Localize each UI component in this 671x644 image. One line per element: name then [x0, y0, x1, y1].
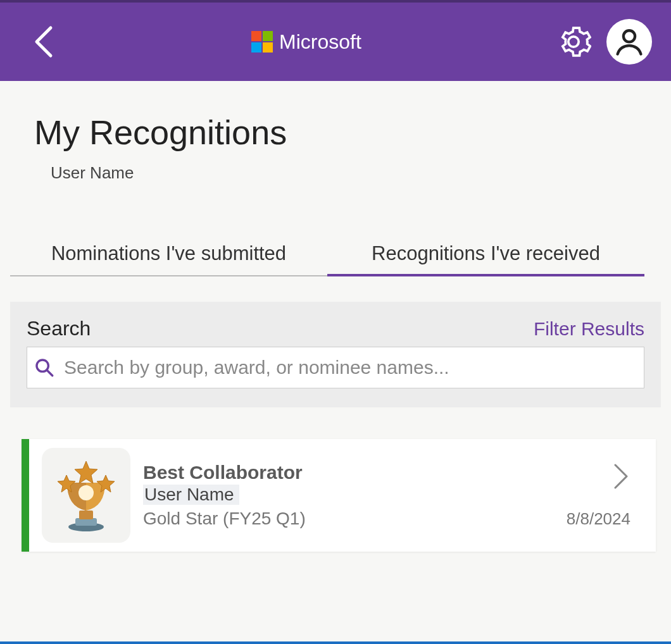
chevron-right-icon: [613, 462, 630, 490]
page-subtitle: User Name: [0, 163, 671, 183]
microsoft-logo-icon: [251, 31, 273, 53]
brand-area: Microsoft: [70, 30, 543, 54]
search-label: Search: [27, 317, 91, 340]
trophy-icon: [42, 448, 130, 543]
search-box: [27, 347, 644, 388]
results-list: Best Collaborator User Name Gold Star (F…: [22, 439, 656, 552]
tab-bar: Nominations I've submitted Recognitions …: [10, 233, 644, 276]
svg-line-2: [47, 370, 53, 376]
award-date: 8/8/2024: [567, 509, 630, 529]
svg-rect-5: [79, 511, 93, 519]
filter-results-link[interactable]: Filter Results: [534, 318, 644, 340]
tab-recognitions-received[interactable]: Recognitions I've received: [327, 233, 644, 275]
app-header: Microsoft: [0, 0, 671, 81]
settings-button[interactable]: [556, 24, 591, 59]
chevron-left-icon: [32, 23, 57, 61]
profile-button[interactable]: [606, 19, 652, 65]
svg-point-6: [78, 485, 94, 500]
tab-nominations-submitted[interactable]: Nominations I've submitted: [10, 233, 327, 275]
award-title: Best Collaborator: [143, 462, 567, 483]
search-icon: [34, 357, 55, 378]
award-period: Gold Star (FY25 Q1): [143, 509, 567, 529]
page-title: My Recognitions: [0, 81, 671, 163]
award-user: User Name: [143, 485, 239, 505]
back-button[interactable]: [32, 23, 57, 61]
recognition-card[interactable]: Best Collaborator User Name Gold Star (F…: [22, 439, 656, 552]
avatar-icon: [606, 19, 652, 65]
gear-icon: [556, 24, 591, 59]
brand-text: Microsoft: [279, 30, 361, 54]
bottom-accent-stripe: [0, 641, 671, 644]
search-panel: Search Filter Results: [10, 302, 661, 407]
search-input[interactable]: [64, 357, 637, 378]
svg-point-0: [624, 30, 635, 42]
